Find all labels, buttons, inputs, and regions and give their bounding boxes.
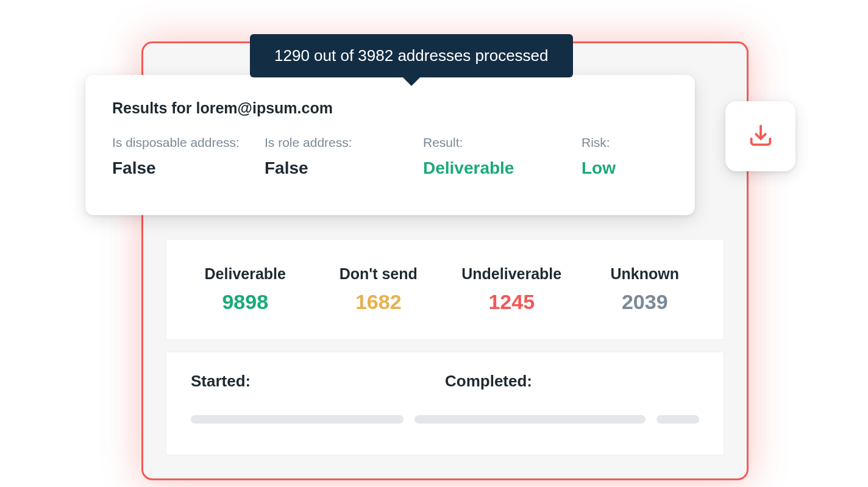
time-row: Started: Completed: xyxy=(191,372,699,391)
stats-panel: Deliverable 9898 Don't send 1682 Undeliv… xyxy=(166,239,724,340)
metric-disposable: Is disposable address: False xyxy=(112,135,265,178)
placeholder-bar xyxy=(414,415,646,424)
metric-value: Deliverable xyxy=(423,158,582,178)
stat-label: Unknown xyxy=(578,265,712,283)
metric-value: Low xyxy=(582,158,673,178)
stat-deliverable: Deliverable 9898 xyxy=(179,265,312,314)
started-label: Started: xyxy=(191,372,445,391)
metric-value: False xyxy=(112,158,265,178)
completed-label: Completed: xyxy=(445,372,699,391)
metric-label: Risk: xyxy=(582,135,673,150)
time-completed: Completed: xyxy=(445,372,699,391)
placeholder-bars xyxy=(191,415,699,424)
time-panel: Started: Completed: xyxy=(166,352,724,455)
metric-role: Is role address: False xyxy=(265,135,423,178)
stat-unknown: Unknown 2039 xyxy=(578,265,712,314)
progress-tooltip: 1290 out of 3982 addresses processed xyxy=(250,34,573,77)
result-metrics-row: Is disposable address: False Is role add… xyxy=(112,135,668,178)
result-title: Results for lorem@ipsum.com xyxy=(112,99,668,117)
progress-text: 1290 out of 3982 addresses processed xyxy=(274,46,549,65)
placeholder-bar xyxy=(191,415,404,424)
stat-label: Deliverable xyxy=(179,265,312,283)
metric-result: Result: Deliverable xyxy=(423,135,582,178)
stat-label: Undeliverable xyxy=(445,265,578,283)
time-started: Started: xyxy=(191,372,445,391)
metric-label: Result: xyxy=(423,135,582,150)
stat-label: Don't send xyxy=(312,265,446,283)
metric-label: Is disposable address: xyxy=(112,135,265,150)
download-button[interactable] xyxy=(725,101,795,171)
stat-dont-send: Don't send 1682 xyxy=(312,265,446,314)
placeholder-bar xyxy=(656,415,699,424)
stat-value: 2039 xyxy=(578,290,712,314)
download-icon xyxy=(747,121,775,152)
stat-value: 1245 xyxy=(445,290,578,314)
metric-label: Is role address: xyxy=(265,135,423,150)
stat-value: 1682 xyxy=(312,290,446,314)
stat-undeliverable: Undeliverable 1245 xyxy=(445,265,578,314)
result-card: Results for lorem@ipsum.com Is disposabl… xyxy=(85,75,695,215)
stat-value: 9898 xyxy=(179,290,312,314)
metric-value: False xyxy=(265,158,423,178)
metric-risk: Risk: Low xyxy=(582,135,673,178)
